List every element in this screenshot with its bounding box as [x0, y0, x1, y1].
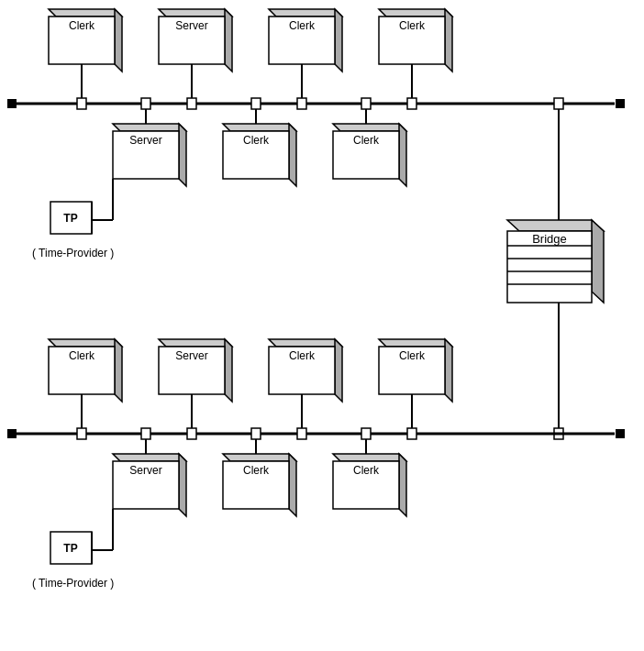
network-diagram: Clerk Server Clerk Clerk [0, 0, 644, 651]
svg-marker-12 [379, 9, 452, 17]
svg-rect-27 [554, 98, 563, 109]
svg-marker-74 [379, 339, 452, 347]
svg-text:Clerk: Clerk [69, 19, 95, 32]
svg-marker-90 [179, 454, 186, 516]
svg-rect-25 [297, 98, 306, 109]
tp1-label: ( Time-Provider ) [32, 247, 114, 259]
svg-marker-4 [159, 9, 232, 17]
svg-text:Server: Server [175, 19, 207, 32]
node-clerk-1: Clerk [49, 9, 122, 72]
svg-marker-32 [223, 124, 296, 131]
svg-rect-41 [141, 98, 150, 109]
svg-marker-70 [269, 339, 342, 347]
node-tp1: TP [50, 202, 92, 234]
svg-marker-29 [179, 124, 186, 186]
svg-text:Clerk: Clerk [353, 134, 380, 147]
node-server-1: Server [159, 9, 232, 72]
svg-marker-28 [113, 124, 186, 131]
svg-text:Clerk: Clerk [69, 349, 95, 362]
svg-marker-37 [399, 124, 406, 186]
svg-marker-51 [507, 220, 604, 231]
svg-rect-104 [251, 428, 261, 439]
svg-text:Server: Server [175, 349, 207, 362]
svg-marker-36 [333, 124, 406, 131]
svg-text:Server: Server [129, 134, 161, 147]
svg-marker-94 [289, 454, 296, 516]
node-clerk-5: Clerk [333, 124, 406, 186]
svg-marker-93 [223, 454, 296, 461]
node-clerk-8: Clerk [379, 339, 452, 402]
svg-rect-106 [361, 428, 371, 439]
svg-text:Bridge: Bridge [532, 232, 567, 246]
svg-rect-43 [251, 98, 261, 109]
svg-text:Clerk: Clerk [289, 349, 316, 362]
svg-marker-13 [445, 9, 452, 72]
svg-marker-63 [115, 339, 122, 402]
node-server-4: Server [113, 454, 186, 516]
tp2-label: ( Time-Provider ) [32, 577, 114, 590]
svg-marker-33 [289, 124, 296, 186]
svg-text:Clerk: Clerk [243, 134, 270, 147]
node-clerk-9: Clerk [223, 454, 296, 516]
svg-marker-62 [49, 339, 122, 347]
node-clerk-2: Clerk [269, 9, 342, 72]
svg-text:Clerk: Clerk [399, 19, 426, 32]
node-clerk-4: Clerk [223, 124, 296, 186]
node-server-2: Server [113, 124, 186, 186]
svg-marker-75 [445, 339, 452, 402]
svg-marker-0 [49, 9, 122, 17]
svg-marker-52 [592, 220, 604, 303]
svg-rect-45 [361, 98, 371, 109]
svg-marker-66 [159, 339, 232, 347]
svg-marker-5 [225, 9, 232, 72]
svg-marker-9 [335, 9, 342, 72]
diagram-svg: Clerk Server Clerk Clerk [0, 0, 644, 651]
svg-text:Clerk: Clerk [243, 464, 270, 477]
svg-marker-98 [399, 454, 406, 516]
node-clerk-6: Clerk [49, 339, 122, 402]
svg-rect-26 [407, 98, 416, 109]
svg-rect-24 [187, 98, 196, 109]
svg-rect-22 [616, 99, 625, 108]
svg-marker-8 [269, 9, 342, 17]
svg-text:Clerk: Clerk [353, 464, 380, 477]
node-clerk-10: Clerk [333, 454, 406, 516]
node-tp2: TP [50, 532, 92, 564]
svg-text:Server: Server [129, 464, 161, 477]
svg-rect-86 [187, 428, 196, 439]
svg-text:Clerk: Clerk [289, 19, 316, 32]
svg-rect-84 [616, 429, 625, 438]
svg-rect-88 [407, 428, 416, 439]
svg-rect-21 [7, 99, 17, 108]
svg-rect-23 [77, 98, 86, 109]
svg-marker-89 [113, 454, 186, 461]
svg-rect-102 [141, 428, 150, 439]
svg-rect-83 [7, 429, 17, 438]
svg-rect-87 [297, 428, 306, 439]
svg-marker-1 [115, 9, 122, 72]
node-bridge: Bridge [507, 220, 604, 303]
node-server-3: Server [159, 339, 232, 402]
svg-text:TP: TP [63, 542, 77, 555]
svg-marker-71 [335, 339, 342, 402]
svg-marker-97 [333, 454, 406, 461]
node-clerk-3: Clerk [379, 9, 452, 72]
svg-rect-85 [77, 428, 86, 439]
svg-marker-67 [225, 339, 232, 402]
svg-text:TP: TP [63, 212, 77, 225]
svg-text:Clerk: Clerk [399, 349, 426, 362]
node-clerk-7: Clerk [269, 339, 342, 402]
